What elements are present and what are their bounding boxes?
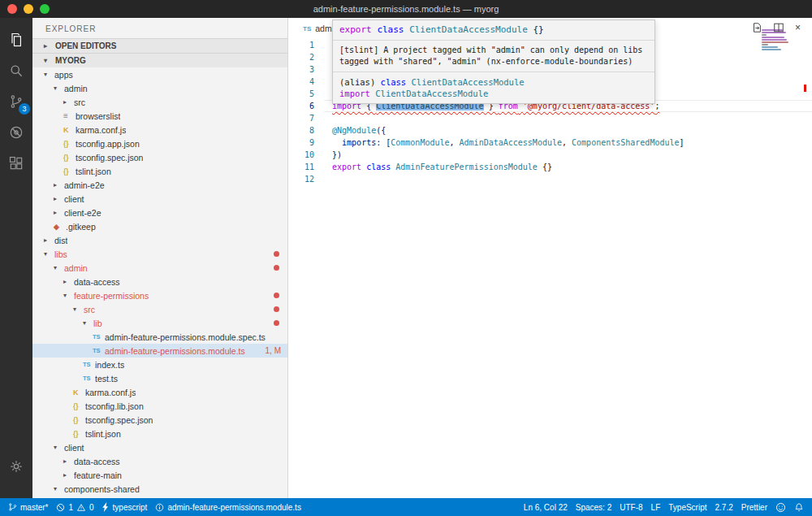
tree-folder-feature-main[interactable]: ▸feature-main	[32, 468, 287, 482]
typescript-status[interactable]: typescript	[102, 502, 148, 512]
zoom-window-button[interactable]	[40, 4, 50, 14]
notifications-bell-icon[interactable]	[794, 502, 804, 513]
chevron-expanded-icon: ▾	[54, 444, 64, 451]
tree-folder-client[interactable]: ▸client	[32, 192, 287, 206]
close-editor-icon[interactable]: ×	[795, 22, 801, 33]
code-line-content: @NgModule({	[332, 126, 386, 135]
warning-icon	[76, 503, 86, 512]
code-token: class	[381, 77, 407, 87]
tree-folder-feature-permissions[interactable]: ▾feature-permissions	[32, 288, 287, 302]
tree-file-tsconfig.app.json[interactable]: {}tsconfig.app.json	[32, 137, 287, 150]
tree-file-karma.conf.js[interactable]: Kkarma.conf.js	[32, 385, 287, 399]
tree-file-test.ts[interactable]: TStest.ts	[32, 371, 287, 385]
modified-dot	[274, 265, 279, 271]
code-token: (alias)	[339, 77, 381, 87]
tree-file-tslint.json[interactable]: {}tslint.json	[32, 427, 287, 440]
problems-status[interactable]: 1 0	[56, 503, 93, 512]
tree-item-label: tslint.json	[85, 429, 121, 439]
tree-folder-src[interactable]: ▸src	[32, 95, 287, 109]
formatter-status[interactable]: Prettier	[741, 503, 767, 512]
ts-file-icon: TS	[303, 25, 311, 33]
settings-gear-icon[interactable]	[0, 451, 32, 482]
tree-file-index.ts[interactable]: TSindex.ts	[32, 358, 287, 371]
tree-item-label: feature-permissions	[74, 291, 149, 301]
ts-file-icon: TS	[93, 347, 105, 354]
source-control-icon[interactable]: 3	[0, 86, 32, 117]
tree-folder-data-access[interactable]: ▸data-access	[32, 454, 287, 468]
tree-folder-admin-e2e[interactable]: ▸admin-e2e	[32, 178, 287, 192]
chevron-expanded-icon: ▾	[54, 85, 64, 92]
tree-file-tsconfig.spec.json[interactable]: {}tsconfig.spec.json	[32, 413, 287, 427]
tree-file-tsconfig.lib.json[interactable]: {}tsconfig.lib.json	[32, 399, 287, 413]
explorer-icon[interactable]	[0, 24, 32, 55]
tree-file-browserslist[interactable]: ≡browserslist	[32, 109, 287, 123]
chevron-collapsed-icon: ▸	[54, 209, 64, 216]
chevron-collapsed-icon: ▸	[44, 236, 54, 244]
tree-folder-src[interactable]: ▾src	[32, 302, 287, 316]
tree-item-label: src	[74, 498, 85, 499]
minimap-line	[762, 46, 778, 48]
tree-folder-client-e2e[interactable]: ▸client-e2e	[32, 206, 287, 219]
tree-folder-apps[interactable]: ▾apps	[32, 67, 287, 81]
eol-status[interactable]: LF	[651, 503, 661, 512]
debug-icon[interactable]	[0, 117, 32, 148]
workspace-root-header[interactable]: ▾ MYORG	[32, 53, 287, 67]
code-line	[324, 173, 812, 185]
code-token: {}	[528, 24, 544, 35]
tree-file-admin-feature-permissions.module.spec.ts[interactable]: TSadmin-feature-permissions.module.spec.…	[32, 330, 287, 344]
code-token: AdminDataAccessModule	[460, 138, 562, 147]
cursor-position[interactable]: Ln 6, Col 22	[524, 503, 568, 512]
open-editors-header[interactable]: ▸ OPEN EDITORS	[32, 38, 287, 53]
indentation-status[interactable]: Spaces: 2	[576, 503, 611, 512]
tree-item-label: src	[84, 305, 95, 314]
minimize-window-button[interactable]	[24, 4, 33, 14]
close-window-button[interactable]	[7, 4, 17, 14]
search-icon[interactable]	[0, 55, 32, 86]
line-number: 6	[288, 100, 324, 112]
tree-file-karma.conf.js[interactable]: Kkarma.conf.js	[32, 123, 287, 137]
tree-folder-data-access[interactable]: ▸data-access	[32, 275, 287, 288]
git-branch-status[interactable]: master*	[8, 502, 48, 512]
tree-file-tslint.json[interactable]: {}tslint.json	[32, 164, 287, 178]
line-number: 8	[288, 124, 324, 137]
code-token: : [	[376, 138, 391, 147]
ts-version-status[interactable]: 2.7.2	[715, 503, 733, 512]
tree-item-label: tsconfig.lib.json	[85, 401, 144, 411]
tree-folder-dist[interactable]: ▸dist	[32, 233, 287, 247]
file-tree: ▾apps▾admin▸src≡browserslistKkarma.conf.…	[32, 67, 287, 498]
tree-item-label: data-access	[74, 277, 120, 287]
tree-item-label: libs	[54, 249, 67, 259]
active-file-status[interactable]: admin-feature-permissions.module.ts	[155, 503, 301, 512]
split-editor-icon[interactable]	[773, 22, 784, 33]
code-token: imports	[342, 138, 376, 147]
tree-folder-lib[interactable]: ▾lib	[32, 316, 287, 330]
tree-file-admin-feature-permissions.module.ts[interactable]: TSadmin-feature-permissions.module.ts1, …	[32, 344, 287, 358]
tree-folder-admin[interactable]: ▾admin	[32, 81, 287, 95]
alias-line: (alias) class ClientDataAccessModule	[339, 76, 648, 88]
json-file-icon: {}	[73, 416, 85, 424]
tree-file-tsconfig.spec.json[interactable]: {}tsconfig.spec.json	[32, 150, 287, 164]
extensions-icon[interactable]	[0, 148, 32, 179]
editor-group: TS admin-feature-permissions.module.ts ×	[288, 18, 812, 498]
feedback-smiley-icon[interactable]	[775, 502, 786, 513]
chevron-collapsed-icon: ▸	[63, 98, 74, 106]
chevron-expanded-icon: ▾	[63, 292, 74, 299]
tree-folder-src[interactable]: ▸src	[32, 496, 287, 498]
tree-item-label: browserslist	[76, 111, 120, 121]
chevron-collapsed-icon: ▸	[54, 181, 64, 189]
language-status[interactable]: TypeScript	[668, 503, 706, 512]
branch-label: master*	[20, 503, 48, 512]
tree-folder-admin[interactable]: ▾admin	[32, 261, 287, 275]
tree-item-label: tslint.json	[76, 167, 111, 176]
minimap-line	[762, 49, 781, 50]
line-number: 7	[288, 112, 324, 124]
encoding-status[interactable]: UTF-8	[620, 503, 642, 512]
modified-dot	[274, 306, 279, 312]
tree-folder-libs[interactable]: ▾libs	[32, 247, 287, 261]
tree-folder-client[interactable]: ▾client	[32, 440, 287, 454]
tree-file-.gitkeep[interactable]: ◈.gitkeep	[32, 219, 287, 233]
tree-folder-components-shared[interactable]: ▾components-shared	[32, 482, 287, 496]
code-editor[interactable]: 123456789101112 import { ClientDataAcces…	[288, 39, 812, 498]
open-changes-icon[interactable]	[751, 22, 762, 33]
code-token: export	[339, 24, 372, 35]
